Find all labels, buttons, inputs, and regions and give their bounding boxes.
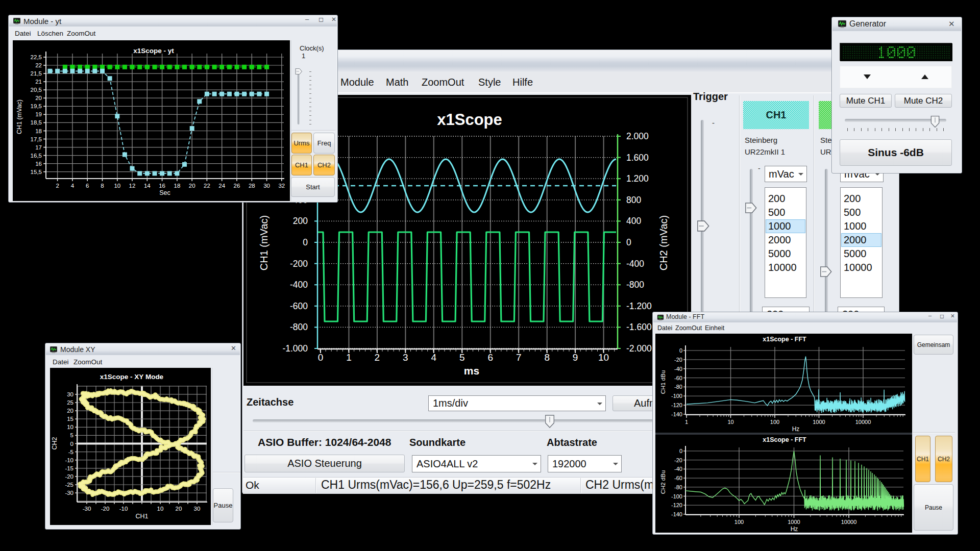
svg-text:21: 21	[35, 79, 42, 85]
svg-text:-800: -800	[626, 280, 644, 290]
svg-text:15,5: 15,5	[31, 169, 42, 175]
svg-text:14: 14	[144, 183, 151, 189]
svg-text:100: 100	[734, 519, 744, 525]
svg-text:-600: -600	[290, 301, 308, 311]
svg-text:5: 5	[459, 352, 465, 363]
svg-text:Hz: Hz	[791, 525, 798, 533]
svg-text:-140: -140	[671, 411, 682, 417]
svg-text:ms: ms	[464, 365, 479, 377]
svg-text:0: 0	[626, 237, 631, 247]
svg-text:0: 0	[679, 448, 682, 454]
svg-text:8: 8	[544, 352, 550, 363]
svg-text:x1Scope - FFT: x1Scope - FFT	[763, 336, 806, 343]
svg-text:20,5: 20,5	[31, 87, 42, 93]
svg-text:0: 0	[318, 352, 324, 363]
svg-text:8: 8	[101, 183, 104, 189]
svg-text:10000: 10000	[855, 419, 871, 425]
svg-text:-60: -60	[674, 375, 682, 381]
svg-text:CH1 (mVac): CH1 (mVac)	[16, 99, 23, 134]
svg-text:19: 19	[35, 111, 42, 117]
svg-text:6: 6	[488, 352, 494, 363]
svg-text:18: 18	[174, 183, 181, 189]
svg-text:-40: -40	[674, 366, 682, 372]
svg-text:CH1 (mVac): CH1 (mVac)	[258, 215, 270, 271]
svg-text:18: 18	[35, 128, 42, 134]
svg-text:22: 22	[35, 62, 42, 68]
svg-text:25: 25	[67, 399, 74, 406]
svg-text:0: 0	[679, 347, 682, 354]
svg-text:-10: -10	[65, 457, 74, 463]
svg-text:x1Scope - FFT: x1Scope - FFT	[763, 436, 806, 443]
svg-text:4: 4	[71, 183, 75, 189]
svg-text:-30: -30	[65, 490, 74, 496]
svg-text:-80: -80	[674, 384, 682, 390]
svg-text:20: 20	[176, 506, 182, 512]
svg-text:20: 20	[67, 408, 74, 414]
svg-text:x1Scope - yt: x1Scope - yt	[133, 47, 174, 55]
svg-text:4: 4	[431, 352, 437, 363]
svg-text:Hz: Hz	[792, 425, 800, 433]
svg-text:200: 200	[293, 216, 308, 226]
svg-text:-15: -15	[65, 465, 74, 471]
svg-text:1000: 1000	[788, 519, 800, 525]
svg-text:800: 800	[626, 195, 641, 205]
svg-text:-1.200: -1.200	[626, 301, 652, 311]
svg-text:CH2: CH2	[51, 437, 58, 449]
svg-text:17,5: 17,5	[31, 136, 42, 142]
svg-text:32: 32	[278, 183, 285, 189]
svg-text:-200: -200	[290, 259, 308, 269]
svg-text:-40: -40	[674, 466, 682, 472]
svg-text:10: 10	[157, 506, 164, 512]
svg-text:10: 10	[727, 419, 733, 425]
svg-text:-2.000: -2.000	[626, 343, 652, 354]
svg-text:10: 10	[114, 183, 120, 189]
svg-text:Sec: Sec	[159, 189, 170, 196]
svg-text:2: 2	[56, 183, 59, 189]
svg-text:-120: -120	[671, 502, 682, 508]
svg-text:x1Scope: x1Scope	[437, 111, 502, 129]
svg-text:-80: -80	[674, 484, 682, 490]
svg-text:30: 30	[194, 506, 201, 512]
svg-text:-10: -10	[119, 506, 128, 512]
svg-text:28: 28	[249, 183, 255, 189]
svg-text:22: 22	[204, 183, 210, 189]
svg-text:-20: -20	[65, 473, 74, 480]
svg-text:-400: -400	[626, 259, 644, 269]
svg-text:CH2 (mVac): CH2 (mVac)	[658, 215, 669, 271]
svg-text:1.600: 1.600	[626, 153, 649, 163]
svg-text:16: 16	[35, 161, 42, 167]
svg-text:2.000: 2.000	[626, 131, 649, 141]
svg-text:-140: -140	[671, 511, 682, 517]
svg-text:-25: -25	[65, 482, 74, 488]
svg-text:1000: 1000	[813, 419, 825, 425]
svg-text:0: 0	[303, 237, 308, 247]
svg-text:3: 3	[403, 352, 408, 363]
svg-text:19,5: 19,5	[31, 103, 42, 109]
svg-text:-120: -120	[671, 402, 682, 408]
svg-text:-1.600: -1.600	[626, 322, 652, 332]
svg-text:10: 10	[598, 352, 609, 363]
svg-text:18,5: 18,5	[31, 119, 42, 126]
svg-text:7: 7	[516, 352, 522, 363]
svg-text:CH2 dBu: CH2 dBu	[660, 470, 666, 494]
svg-text:-100: -100	[671, 393, 682, 399]
svg-text:-20: -20	[674, 357, 682, 363]
svg-text:1: 1	[685, 419, 688, 425]
svg-text:0: 0	[70, 441, 74, 447]
svg-text:17: 17	[35, 144, 42, 151]
svg-text:9: 9	[573, 352, 578, 363]
svg-text:-5: -5	[68, 449, 74, 455]
svg-text:-1.000: -1.000	[282, 343, 308, 354]
svg-text:24: 24	[218, 183, 225, 189]
svg-text:20: 20	[189, 183, 195, 189]
svg-text:x1Scope - XY Mode: x1Scope - XY Mode	[100, 373, 164, 381]
svg-text:20: 20	[35, 95, 42, 101]
svg-text:15: 15	[67, 416, 74, 422]
svg-text:10: 10	[67, 424, 74, 430]
svg-text:-100: -100	[671, 493, 682, 499]
svg-text:30: 30	[67, 391, 74, 397]
svg-text:10000: 10000	[841, 519, 857, 525]
svg-text:-400: -400	[290, 280, 308, 290]
svg-text:-60: -60	[674, 475, 682, 481]
svg-text:21,5: 21,5	[31, 70, 42, 77]
